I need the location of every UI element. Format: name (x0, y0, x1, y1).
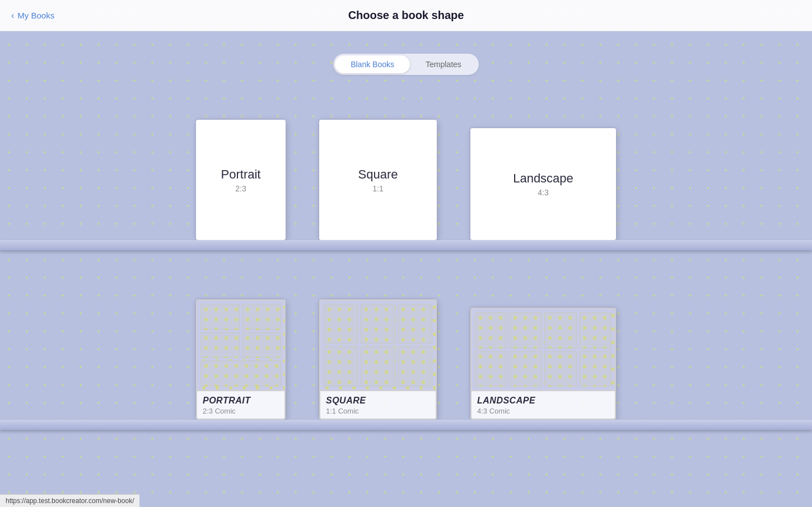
comic-panel (242, 332, 281, 359)
comic-panel (200, 304, 240, 330)
comic-footer-landscape: LANDSCAPE 4:3 Comic (472, 390, 615, 419)
shelf-gap (0, 255, 812, 283)
comic-inner-landscape (472, 309, 615, 390)
book-ratio-portrait: 2:3 (235, 184, 246, 193)
comic-books-row: PORTRAIT 2:3 Comic SQUARE (0, 299, 812, 420)
book-card-portrait[interactable]: Portrait 2:3 (196, 120, 286, 240)
book-card-landscape[interactable]: Landscape 4:3 (470, 128, 616, 240)
comic-footer-square: SQUARE 1:1 Comic (320, 390, 436, 419)
comic-panel (242, 304, 281, 330)
status-bar: https://app.test.bookcreator.com/new-boo… (0, 494, 139, 507)
comic-card-portrait[interactable]: PORTRAIT 2:3 Comic (196, 299, 286, 420)
comic-card-square[interactable]: SQUARE 1:1 Comic (319, 299, 437, 420)
header: ‹ My Books Choose a book shape (0, 0, 812, 31)
comic-panel (544, 312, 577, 349)
comic-panel (324, 346, 358, 387)
comic-panel (579, 312, 612, 349)
comic-title-portrait: PORTRAIT (203, 396, 279, 406)
book-title-portrait: Portrait (221, 167, 261, 182)
tab-blank-books[interactable]: Blank Books (335, 55, 410, 73)
book-ratio-square: 1:1 (372, 184, 383, 193)
shelf-shadow-1 (0, 250, 812, 255)
tab-templates[interactable]: Templates (410, 55, 477, 73)
comic-books-shelf: PORTRAIT 2:3 Comic SQUARE (0, 283, 812, 434)
comic-panel (361, 346, 395, 387)
blank-books-shelf: Portrait 2:3 Square 1:1 Landscape 4:3 (0, 103, 812, 255)
book-ratio-landscape: 4:3 (538, 188, 548, 197)
comic-panel (200, 332, 240, 359)
comic-title-square: SQUARE (326, 396, 430, 406)
comic-panel (324, 304, 358, 344)
comic-panel (475, 351, 507, 387)
book-card-square[interactable]: Square 1:1 (319, 120, 437, 240)
book-title-square: Square (358, 167, 398, 182)
comic-inner-square (320, 301, 436, 390)
back-label: My Books (17, 11, 54, 20)
comic-ratio-portrait: 2:3 Comic (203, 407, 279, 415)
page-title: Choose a book shape (348, 9, 464, 22)
comic-ratio-landscape: 4:3 Comic (477, 407, 609, 415)
book-title-landscape: Landscape (513, 171, 573, 186)
comic-panel (398, 346, 432, 387)
comic-panel (510, 351, 542, 387)
shelf-bottom-2 (0, 420, 812, 430)
back-button[interactable]: ‹ My Books (11, 11, 54, 21)
comic-inner-portrait (197, 301, 284, 390)
status-url: https://app.test.bookcreator.com/new-boo… (6, 497, 134, 505)
blank-books-row: Portrait 2:3 Square 1:1 Landscape 4:3 (0, 120, 812, 240)
comic-title-landscape: LANDSCAPE (477, 396, 609, 406)
shelf-shadow-2 (0, 430, 812, 434)
shelf-bottom-1 (0, 240, 812, 250)
comic-card-landscape[interactable]: LANDSCAPE 4:3 Comic (470, 308, 616, 420)
comic-ratio-square: 1:1 Comic (326, 407, 430, 415)
comic-panel (475, 312, 507, 349)
comic-panel (398, 304, 432, 344)
back-arrow-icon: ‹ (11, 11, 14, 21)
comic-panel-wide (200, 360, 281, 387)
main-content: Blank Books Templates Portrait 2:3 Squar… (0, 31, 812, 434)
comic-panel (579, 351, 612, 387)
book-type-toggle: Blank Books Templates (333, 54, 479, 75)
comic-footer-portrait: PORTRAIT 2:3 Comic (197, 390, 284, 419)
comic-panel (361, 304, 395, 344)
comic-panel (544, 351, 577, 387)
comic-panel (510, 312, 542, 349)
